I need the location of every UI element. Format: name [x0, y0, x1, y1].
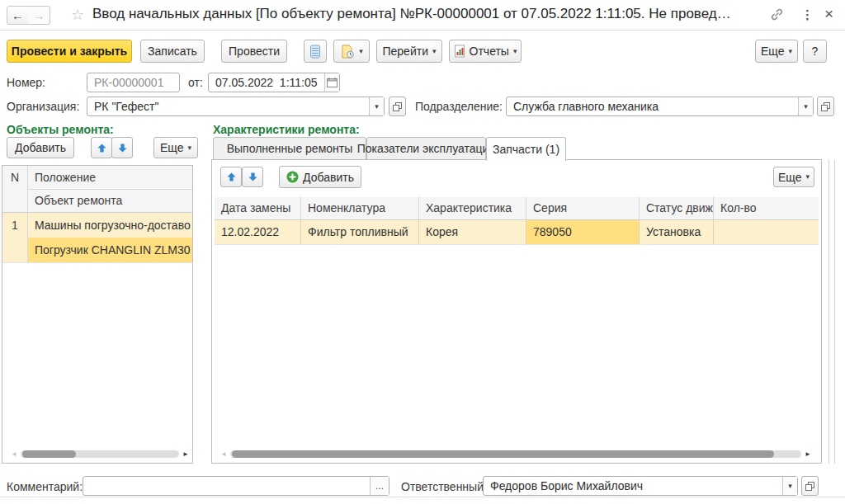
cell-characteristic[interactable]: Корея	[419, 220, 526, 244]
calendar-button[interactable]	[324, 73, 339, 92]
row-number: 1	[2, 213, 27, 238]
column-header-status[interactable]: Статус движ…	[640, 197, 714, 219]
repair-objects-table: N Положение Объект ремонта 1 Машины погр…	[2, 165, 193, 464]
column-header-series[interactable]: Серия	[526, 197, 640, 219]
tab-spare-parts[interactable]: Запчасти (1)	[486, 137, 566, 161]
back-button[interactable]: ←	[7, 6, 29, 25]
number-field[interactable]: РК-00000001	[87, 73, 180, 92]
help-label: ?	[812, 45, 819, 58]
goto-button[interactable]: Перейти▾	[376, 40, 442, 63]
scrollbar-track[interactable]	[21, 450, 179, 458]
cell-date[interactable]: 12.02.2022	[215, 220, 301, 244]
column-header-date[interactable]: Дата замены	[215, 197, 301, 219]
responsible-open-button[interactable]	[801, 476, 819, 496]
organization-label: Организация:	[7, 100, 79, 113]
column-header-characteristic[interactable]: Характеристика	[419, 197, 526, 219]
characteristics-section-title: Характеристики ремонта:	[213, 123, 360, 136]
responsible-label: Ответственный:	[401, 480, 487, 493]
move-up-button[interactable]	[220, 167, 242, 187]
panel-splitter[interactable]	[828, 160, 835, 464]
move-down-icon	[117, 143, 128, 153]
scroll-left-icon[interactable]: ◄	[11, 451, 17, 458]
move-down-button[interactable]	[111, 137, 133, 158]
scroll-right-icon[interactable]: ►	[805, 451, 811, 458]
table-row[interactable]: 12.02.2022 Фильтр топливный Корея 789050…	[215, 220, 819, 245]
caret-down-icon: ▾	[432, 48, 437, 55]
table-row[interactable]: Погрузчик CHANGLIN ZLM30-5	[2, 238, 192, 262]
goto-label: Перейти	[382, 45, 427, 58]
department-open-button[interactable]	[817, 97, 834, 116]
close-icon[interactable]: ×	[824, 5, 833, 23]
add-spare-part-button[interactable]: Добавить	[279, 166, 361, 188]
write-button[interactable]: Записать	[140, 40, 205, 63]
horizontal-scrollbar[interactable]: ◄ ►	[11, 450, 189, 459]
caret-down-icon: ▾	[187, 144, 191, 152]
more-button-toolbar[interactable]: Еще▾	[755, 40, 798, 63]
favorite-star-icon[interactable]: ☆	[71, 6, 84, 24]
scrollbar-thumb[interactable]	[232, 450, 775, 458]
responsible-dropdown-button[interactable]: ▾	[782, 477, 797, 495]
date-field[interactable]: 07.05.2022 1:11:05	[208, 73, 340, 92]
add-object-button[interactable]: Добавить	[7, 137, 74, 158]
horizontal-scrollbar[interactable]: ◄ ►	[220, 450, 811, 459]
document-history-button[interactable]: ▾	[333, 40, 370, 63]
scroll-right-icon[interactable]: ►	[182, 451, 189, 458]
report-chart-icon	[454, 45, 465, 58]
get-link-icon[interactable]	[770, 7, 784, 21]
forward-button[interactable]: →	[28, 6, 50, 25]
department-field[interactable]: Служба главного механика ▾	[506, 97, 814, 116]
row-object: Погрузчик CHANGLIN ZLM30-5	[35, 238, 191, 262]
header-divider	[28, 189, 192, 190]
organization-open-button[interactable]	[389, 97, 406, 116]
reports-button[interactable]: Отчеты▾	[449, 40, 522, 63]
spare-parts-panel: Добавить Еще▾ Дата замены Номенклатура Х…	[211, 159, 822, 464]
window-menu-icon[interactable]: ⋮	[801, 7, 814, 22]
organization-field[interactable]: РК "Гефест" ▾	[87, 97, 385, 116]
organization-dropdown-button[interactable]: ▾	[369, 97, 384, 115]
more-button-objects[interactable]: Еще▾	[153, 137, 198, 158]
comment-ellipsis-button[interactable]: ...	[370, 477, 389, 495]
help-button[interactable]: ?	[803, 40, 827, 63]
cell-status[interactable]: Установка	[640, 220, 714, 244]
scroll-left-icon[interactable]: ◄	[220, 451, 227, 458]
post-and-close-button[interactable]: Провести и закрыть	[7, 40, 132, 63]
document-window: ← → ☆ Ввод начальных данных [По объекту …	[0, 0, 845, 504]
tab-operation-indicators[interactable]: Показатели эксплуатации	[366, 137, 486, 160]
column-header-position[interactable]: Положение	[35, 166, 191, 189]
scrollbar-track[interactable]	[230, 450, 801, 458]
department-label: Подразделение:	[415, 100, 503, 113]
tab-label: Показатели эксплуатации	[357, 142, 495, 155]
move-up-icon	[97, 143, 107, 153]
document-clock-icon	[340, 45, 355, 59]
organization-value: РК "Гефест"	[87, 97, 369, 115]
column-header-nomenclature[interactable]: Номенклатура	[301, 197, 419, 219]
move-up-button[interactable]	[91, 137, 112, 158]
cell-series-selected[interactable]: 789050	[526, 220, 640, 244]
post-label: Провести	[229, 45, 280, 58]
scrollbar-thumb[interactable]	[22, 450, 76, 458]
responsible-field[interactable]: Федоров Борис Михайлович ▾	[483, 476, 798, 496]
column-header-qty[interactable]: Кол-во	[714, 197, 819, 219]
column-header-object[interactable]: Объект ремонта	[35, 189, 191, 212]
column-header-n[interactable]: N	[2, 166, 27, 189]
objects-section-title: Объекты ремонта:	[7, 123, 114, 136]
number-value: РК-00000001	[87, 73, 179, 92]
cell-nomenclature[interactable]: Фильтр топливный	[301, 220, 419, 244]
add-label: Добавить	[303, 171, 354, 184]
selected-cell[interactable]: Погрузчик CHANGLIN ZLM30-5	[28, 238, 192, 262]
open-link-icon	[393, 102, 402, 111]
subordination-structure-button[interactable]	[304, 40, 327, 63]
cell-qty[interactable]	[714, 220, 819, 244]
window-title: Ввод начальных данных [По объекту ремонт…	[92, 6, 767, 22]
post-button[interactable]: Провести	[221, 40, 287, 63]
more-label: Еще	[761, 45, 785, 58]
caret-down-icon: ▾	[804, 103, 808, 111]
comment-field[interactable]: ...	[83, 476, 389, 496]
move-down-button[interactable]	[242, 167, 263, 187]
more-button-spare-parts[interactable]: Еще▾	[773, 167, 814, 187]
tab-completed-repairs[interactable]: Выполненные ремонты	[213, 137, 366, 160]
department-dropdown-button[interactable]: ▾	[798, 97, 813, 115]
comment-value	[83, 477, 370, 495]
table-row[interactable]: 1 Машины погрузочно-доставоч…	[2, 213, 192, 238]
row-position: Машины погрузочно-доставоч…	[35, 213, 191, 238]
